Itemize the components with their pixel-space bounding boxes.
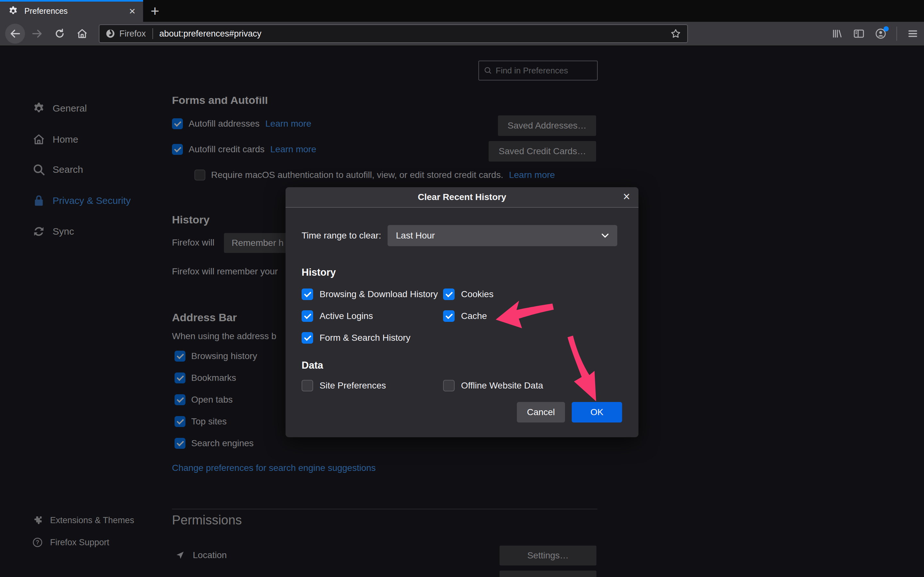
clear-recent-history-dialog: Clear Recent History × Time range to cle… [286,187,638,437]
dialog-checkbox-label: Form & Search History [320,333,410,343]
menu-hamburger-icon[interactable] [907,27,919,40]
dialog-checkbox-label: Site Preferences [320,380,386,391]
bookmark-star-icon[interactable] [670,28,682,39]
cookies-checkbox[interactable] [443,288,455,300]
url-bar[interactable]: Firefox about:preferences#privacy [99,24,688,43]
cache-checkbox[interactable] [443,310,455,322]
site-identity-label: Firefox [120,29,146,39]
firefox-logo-icon [105,29,115,39]
dialog-checkbox-row: Browsing & Download History [302,288,438,301]
navigation-toolbar: Firefox about:preferences#privacy [0,22,924,46]
dialog-checkbox-label: Offline Website Data [461,380,543,391]
toolbar-right-icons [832,27,919,41]
dialog-checkbox-label: Cache [461,311,487,321]
home-button[interactable] [73,27,91,40]
preferences-content: General Home Search Privacy & Security S… [0,46,924,577]
ok-button[interactable]: OK [572,402,622,422]
tab-preferences[interactable]: Preferences × [0,0,143,22]
dialog-close-icon[interactable]: × [623,190,630,203]
reload-button[interactable] [51,28,69,39]
dialog-checkbox-row: Site Preferences [302,379,386,392]
offline-website-data-checkbox[interactable] [443,380,455,392]
browser-window: Preferences × + Firefox about:preference… [0,0,924,577]
active-logins-checkbox[interactable] [302,310,313,322]
gear-favicon-icon [8,5,19,16]
urlbar-divider [152,28,153,39]
time-range-label: Time range to clear: [302,230,381,241]
dialog-title: Clear Recent History [418,192,506,202]
library-icon[interactable] [832,28,843,39]
sidebar-toggle-icon[interactable] [853,27,865,40]
dialog-checkbox-row: Cache [443,309,487,322]
cancel-button[interactable]: Cancel [517,402,565,422]
dialog-history-heading: History [302,267,336,278]
time-range-value: Last Hour [396,230,435,241]
dialog-checkbox-label: Active Logins [320,311,373,321]
url-text[interactable]: about:preferences#privacy [160,29,262,39]
dialog-checkbox-label: Browsing & Download History [320,289,438,300]
back-button[interactable] [5,24,25,44]
new-tab-button[interactable]: + [143,0,167,22]
toolbar-separator [897,27,897,41]
dialog-checkbox-row: Active Logins [302,309,373,322]
account-notification-dot [884,26,889,31]
dialog-checkbox-row: Form & Search History [302,332,410,344]
tab-bar: Preferences × + [0,0,924,22]
tab-title: Preferences [24,6,68,16]
dialog-checkbox-row: Offline Website Data [443,379,543,392]
dialog-header: Clear Recent History × [286,187,638,208]
account-icon[interactable] [875,27,887,40]
time-range-select[interactable]: Last Hour [388,225,617,246]
form-search-history-checkbox[interactable] [302,332,313,343]
tab-close-icon[interactable]: × [129,5,136,16]
site-preferences-checkbox[interactable] [302,380,313,392]
forward-button[interactable] [28,28,46,39]
browsing-download-history-checkbox[interactable] [302,288,313,300]
site-identity-chip[interactable]: Firefox [105,29,146,39]
dialog-checkbox-row: Cookies [443,288,493,301]
chevron-down-icon [601,233,609,238]
dialog-data-heading: Data [302,359,323,371]
dialog-checkbox-label: Cookies [461,289,493,300]
